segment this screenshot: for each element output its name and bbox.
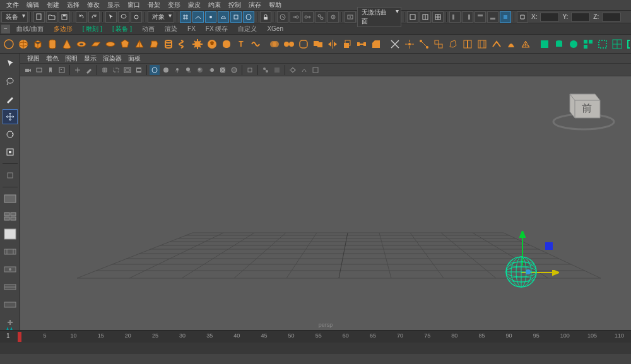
vp-motion-blur-icon[interactable]: [206, 65, 216, 75]
vp-gate-mask-icon[interactable]: [134, 65, 144, 75]
vp-xray-active-icon[interactable]: [272, 65, 282, 75]
shelf-tab-9[interactable]: XGen: [262, 24, 288, 33]
target-weld-icon[interactable]: [403, 37, 416, 51]
selection-mask-dropdown[interactable]: 对象: [148, 11, 174, 23]
construction-icon[interactable]: [315, 11, 326, 23]
crease-icon[interactable]: [490, 37, 503, 51]
vp-isolate-icon[interactable]: [245, 65, 255, 75]
new-scene-icon[interactable]: [33, 11, 45, 23]
shelf-tab-0[interactable]: 曲线/曲面: [11, 24, 49, 33]
extrude-icon[interactable]: [341, 37, 353, 51]
lasso-icon[interactable]: [118, 11, 129, 23]
vp-menu-show[interactable]: 显示: [81, 54, 100, 63]
menu-skin[interactable]: 蒙皮: [184, 1, 204, 9]
boolean-icon[interactable]: [312, 37, 324, 51]
mirror-icon[interactable]: [326, 37, 339, 51]
layout-1-icon[interactable]: [407, 11, 418, 23]
menu-render[interactable]: 演存: [245, 1, 265, 9]
shelf-tab-2[interactable]: 雕刻: [78, 24, 107, 33]
uv-auto-icon[interactable]: [582, 37, 594, 51]
snap-view-icon[interactable]: [243, 11, 254, 23]
gizmo-z-handle[interactable]: [545, 242, 553, 250]
history-icon[interactable]: [277, 11, 288, 23]
lasso-tool[interactable]: [3, 74, 18, 89]
poly-disc-icon[interactable]: [104, 37, 117, 51]
rotate-tool[interactable]: [3, 127, 18, 142]
undo-icon[interactable]: [76, 11, 87, 23]
bevel-icon[interactable]: [370, 37, 382, 51]
vp-cam-attr-icon[interactable]: [34, 65, 44, 75]
offset-edge-icon[interactable]: [476, 37, 488, 51]
vp-use-lights-icon[interactable]: [172, 65, 182, 75]
shelf-tab-6[interactable]: FX: [182, 24, 201, 33]
smooth-icon[interactable]: [297, 37, 310, 51]
coord-y-input[interactable]: [571, 13, 590, 21]
vp-2d-pan-icon[interactable]: [73, 65, 83, 75]
svg-icon[interactable]: [249, 37, 262, 51]
poly-cylinder-icon[interactable]: [46, 37, 59, 51]
menu-deform[interactable]: 变形: [164, 1, 184, 9]
vp-menu-panels[interactable]: 面板: [125, 54, 144, 63]
menu-modify[interactable]: 修改: [83, 1, 103, 9]
paint-select-icon[interactable]: [131, 11, 142, 23]
menu-help[interactable]: 帮助: [265, 1, 285, 9]
uv-contour-icon[interactable]: [596, 37, 609, 51]
poly-sphere-icon[interactable]: [17, 37, 30, 51]
menu-constraint[interactable]: 约束: [204, 1, 225, 9]
vp-wireframe-icon[interactable]: [150, 65, 160, 75]
separate-icon[interactable]: [283, 37, 295, 51]
insert-edge-icon[interactable]: [461, 37, 474, 51]
vp-image-plane-icon[interactable]: [57, 65, 67, 75]
layout-3-icon[interactable]: [432, 11, 444, 23]
toggle-d-icon[interactable]: [487, 11, 498, 23]
poly-platonic-icon[interactable]: [119, 37, 131, 51]
vp-grid-icon[interactable]: [100, 65, 110, 75]
layout-2-icon[interactable]: [420, 11, 431, 23]
poly-prism-icon[interactable]: [148, 37, 160, 51]
poly-soccer-icon[interactable]: [206, 37, 218, 51]
poly-cone-icon[interactable]: [61, 37, 73, 51]
vp-ao-icon[interactable]: [195, 65, 205, 75]
vp-view-transform-icon[interactable]: [310, 65, 321, 75]
snap-live-icon[interactable]: [230, 11, 242, 23]
last-tool[interactable]: [3, 168, 18, 183]
snap-curve-icon[interactable]: [192, 11, 204, 23]
poly-type-icon[interactable]: T: [235, 37, 247, 51]
sculpt-icon[interactable]: [505, 37, 517, 51]
shelf-tab-8[interactable]: 自定义: [233, 24, 262, 33]
vp-xray-icon[interactable]: [229, 65, 239, 75]
toggle-e-icon[interactable]: [500, 11, 511, 23]
poly-helix-icon[interactable]: [177, 37, 189, 51]
move-tool[interactable]: [3, 109, 18, 124]
select-mode-icon[interactable]: [105, 11, 117, 23]
vp-res-gate-icon[interactable]: [122, 65, 133, 75]
workspace-selector[interactable]: 装备: [1, 11, 28, 23]
uv-editor-icon[interactable]: [611, 37, 623, 51]
output-icon[interactable]: [302, 11, 314, 23]
vp-exposure-icon[interactable]: [288, 65, 298, 75]
save-scene-icon[interactable]: [59, 11, 70, 23]
menu-window[interactable]: 窗口: [124, 1, 144, 9]
menu-control[interactable]: 控制: [225, 1, 245, 9]
lock-icon[interactable]: [260, 11, 271, 23]
paint-tool[interactable]: [3, 91, 18, 107]
open-scene-icon[interactable]: [46, 11, 57, 23]
menu-select[interactable]: 选择: [63, 1, 83, 9]
selected-sphere-object[interactable]: [505, 255, 538, 288]
shelf-tab-5[interactable]: 渲染: [160, 24, 182, 33]
toggle-a-icon[interactable]: [449, 11, 461, 23]
vp-film-gate-icon[interactable]: [111, 65, 121, 75]
layout-four-icon[interactable]: [3, 209, 18, 224]
shelf-toggle-icon[interactable]: [3, 37, 15, 51]
vp-menu-shading[interactable]: 着色: [43, 54, 62, 63]
poly-plane-icon[interactable]: [90, 37, 102, 51]
layout-opt-d-icon[interactable]: [3, 297, 18, 312]
shelf-tab-4[interactable]: 动画: [137, 24, 160, 33]
vp-grease-icon[interactable]: [84, 65, 94, 75]
menu-create[interactable]: 创建: [43, 1, 63, 9]
xform-toggle-icon[interactable]: [517, 11, 528, 23]
shelf-tab-1[interactable]: 多边形: [49, 24, 78, 33]
toggle-c-icon[interactable]: [475, 11, 486, 23]
vp-textured-icon[interactable]: [218, 65, 228, 75]
poly-superellipse-icon[interactable]: [220, 37, 233, 51]
